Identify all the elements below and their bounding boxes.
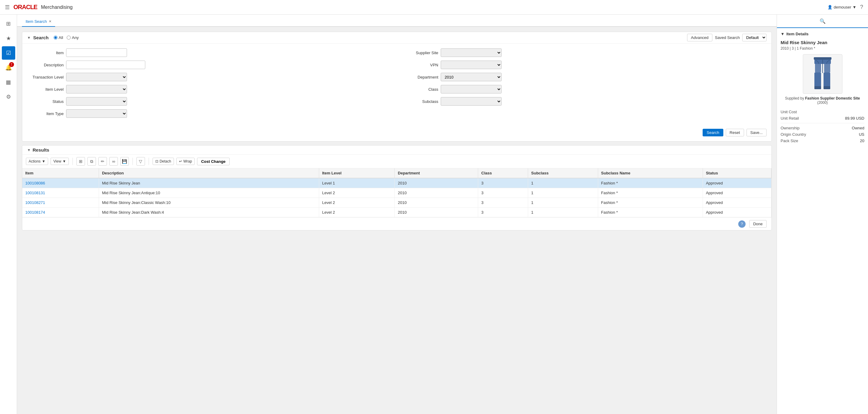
supplier-site-select[interactable] <box>441 49 502 57</box>
origin-country-label: Origin Country <box>781 132 806 137</box>
item-level-select[interactable] <box>66 85 127 93</box>
item-level-field: Item Level <box>27 85 392 93</box>
sidebar-item-star[interactable]: ★ <box>2 32 15 45</box>
item-link[interactable]: 100108086 <box>25 181 45 185</box>
item-name: Mid Rise Skinny Jean <box>781 40 864 45</box>
item-input[interactable] <box>66 49 127 57</box>
advanced-button[interactable]: Advanced <box>687 34 713 41</box>
department-select[interactable]: 2010 <box>441 73 502 81</box>
pencil-icon: ✏ <box>101 159 104 164</box>
item-image <box>803 54 842 94</box>
cell-item-level: Level 2 <box>319 208 395 217</box>
subclass-select[interactable] <box>441 97 502 106</box>
actions-button[interactable]: Actions ▼ <box>26 158 48 165</box>
class-field: Class <box>402 85 767 93</box>
view-button[interactable]: View ▼ <box>51 158 69 165</box>
cell-item[interactable]: 100108174 <box>22 208 99 217</box>
sidebar-item-notifications[interactable]: 🔔 7 <box>2 61 15 74</box>
save-button[interactable]: Save... <box>746 129 767 136</box>
svg-rect-5 <box>814 57 832 60</box>
cell-item[interactable]: 100108086 <box>22 178 99 188</box>
class-select[interactable] <box>441 85 502 93</box>
unit-retail-label: Unit Retail <box>781 116 799 121</box>
copy-rows-icon-btn[interactable]: ⧉ <box>87 157 96 166</box>
top-bar: ☰ ORACLE Merchandising 👤 demouser ▼ ? <box>0 0 868 14</box>
cell-subclass-name: Fashion * <box>598 208 703 217</box>
user-menu[interactable]: 👤 demouser ▼ <box>828 5 857 9</box>
sidebar-item-home[interactable]: ⊞ <box>2 17 15 30</box>
cell-description: Mid Rise Skinny Jean:Dark Wash:4 <box>99 208 319 217</box>
reset-button[interactable]: Reset <box>726 129 744 136</box>
all-radio[interactable] <box>54 36 58 39</box>
item-link[interactable]: 100108271 <box>25 200 45 205</box>
results-toolbar: Actions ▼ View ▼ ⊞ ⧉ ✏ <box>22 155 771 168</box>
hamburger-menu-icon[interactable]: ☰ <box>5 4 10 11</box>
help-circle-icon[interactable]: ? <box>738 220 746 228</box>
description-input[interactable] <box>66 61 145 69</box>
sidebar-item-settings[interactable]: ⚙ <box>2 90 15 103</box>
subclass-label: Subclass <box>402 99 438 104</box>
edit-rows-icon-btn[interactable]: ⊞ <box>76 157 85 166</box>
department-field: Department 2010 <box>402 73 767 81</box>
sidebar-item-charts[interactable]: ▦ <box>2 75 15 89</box>
item-meta: 2010 | 3 | 1 Fashion * <box>781 46 864 51</box>
table-row[interactable]: 100108086 Mid Rise Skinny Jean Level 1 2… <box>22 178 771 188</box>
search-button[interactable]: Search <box>703 129 723 136</box>
table-row[interactable]: 100108174 Mid Rise Skinny Jean:Dark Wash… <box>22 208 771 217</box>
saved-search-select[interactable]: Default <box>742 34 767 41</box>
col-header-item: Item <box>22 168 99 178</box>
detach-button[interactable]: ⊡ Detach <box>153 158 174 165</box>
vpn-select[interactable] <box>441 61 502 69</box>
username: demouser <box>834 5 851 9</box>
sidebar-item-tasks[interactable]: ☑ <box>2 46 15 60</box>
cell-department: 2010 <box>395 178 478 188</box>
cell-description: Mid Rise Skinny Jean:Antique:10 <box>99 188 319 198</box>
item-link[interactable]: 100108131 <box>25 191 45 195</box>
any-radio[interactable] <box>67 36 71 39</box>
page-content: ▼ Search All Any <box>17 27 777 235</box>
tab-bar: Item Search ✕ <box>17 14 777 27</box>
search-panel: ▼ Search All Any <box>22 32 772 141</box>
class-label: Class <box>402 87 438 92</box>
status-select[interactable] <box>66 97 127 106</box>
cell-subclass: 1 <box>528 178 598 188</box>
cell-subclass-name: Fashion * <box>598 178 703 188</box>
table-row[interactable]: 100108271 Mid Rise Skinny Jean:Classic W… <box>22 198 771 208</box>
cell-class: 3 <box>478 208 528 217</box>
item-type-select[interactable] <box>66 109 127 118</box>
done-button[interactable]: Done <box>749 220 767 228</box>
cell-class: 3 <box>478 198 528 208</box>
cost-change-button[interactable]: Cost Change <box>197 158 229 165</box>
table-footer: ? Done <box>22 217 771 230</box>
right-panel-search-icon: 🔍 <box>819 18 826 24</box>
item-label: Item <box>27 51 64 55</box>
all-radio-label[interactable]: All <box>54 35 63 40</box>
table-row[interactable]: 100108131 Mid Rise Skinny Jean:Antique:1… <box>22 188 771 198</box>
cell-subclass: 1 <box>528 198 598 208</box>
any-radio-label[interactable]: Any <box>67 35 79 40</box>
tab-item-search[interactable]: Item Search ✕ <box>22 17 55 27</box>
save-icon-btn[interactable]: 💾 <box>120 157 129 166</box>
detach-icon: ⊡ <box>155 159 158 163</box>
results-title: Results <box>33 147 49 153</box>
item-field: Item <box>27 49 392 57</box>
help-icon[interactable]: ? <box>860 4 863 10</box>
results-collapse-icon[interactable]: ▼ <box>27 148 31 152</box>
tab-close-icon[interactable]: ✕ <box>49 20 52 24</box>
pencil-icon-btn[interactable]: ✏ <box>98 157 107 166</box>
col-header-department: Department <box>395 168 478 178</box>
view-chevron-icon: ▼ <box>62 159 66 163</box>
transaction-level-select[interactable] <box>66 73 127 81</box>
item-link[interactable]: 100108174 <box>25 210 45 215</box>
cell-subclass-name: Fashion * <box>598 188 703 198</box>
cell-status: Approved <box>703 198 771 208</box>
cell-item[interactable]: 100108131 <box>22 188 99 198</box>
notification-badge: 7 <box>9 62 14 67</box>
search-collapse-icon[interactable]: ▼ <box>27 36 31 40</box>
cell-item[interactable]: 100108271 <box>22 198 99 208</box>
link-icon-btn[interactable]: ∞ <box>109 157 118 166</box>
item-details-collapse-icon[interactable]: ▼ <box>781 32 784 36</box>
wrap-button[interactable]: ↵ Wrap <box>176 158 195 165</box>
filter-icon-btn[interactable]: ▽ <box>136 157 145 166</box>
subclass-field: Subclass <box>402 97 767 106</box>
